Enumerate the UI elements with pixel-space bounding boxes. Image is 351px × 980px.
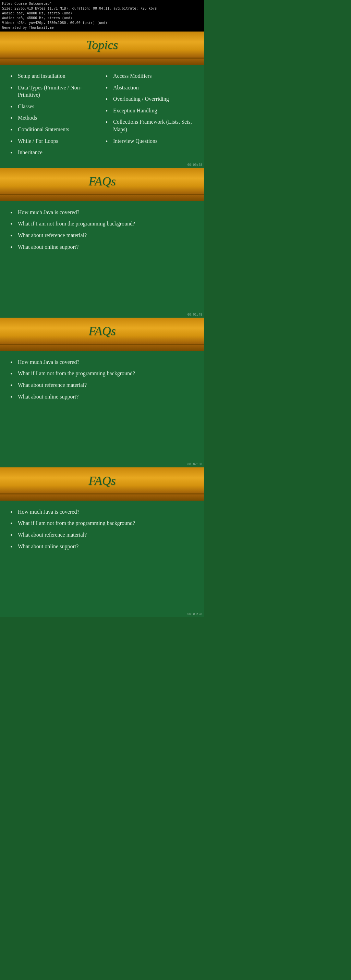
faqs1-banner: FAQs xyxy=(0,168,204,195)
topics-columns: Setup and installation Data Types (Primi… xyxy=(10,72,194,161)
file-info-line3: Audio: aac, 48000 Hz, stereo (und) xyxy=(2,11,202,16)
list-item: Exception Handling xyxy=(105,107,194,115)
slide-faqs-1: FAQs How much Java is covered? What if I… xyxy=(0,168,204,318)
slide-topics: Topics Setup and installation Data Types… xyxy=(0,32,204,168)
list-item: Methods xyxy=(10,114,99,122)
list-item: What about reference material? xyxy=(10,381,194,389)
file-info-line6: Generated by Thumbnail.me xyxy=(2,25,202,30)
list-item: How much Java is covered? xyxy=(10,358,194,366)
banner-edge-4 xyxy=(0,495,204,501)
faqs1-title: FAQs xyxy=(88,174,115,188)
list-item: How much Java is covered? xyxy=(10,508,194,516)
slide3-timestamp: 00:02:38 xyxy=(188,463,202,466)
list-item: What about online support? xyxy=(10,393,194,401)
list-item: Collections Framework (Lists, Sets, Maps… xyxy=(105,118,194,133)
faqs3-list: How much Java is covered? What if I am n… xyxy=(10,508,194,550)
list-item: While / For Loops xyxy=(10,137,99,145)
list-item: What about online support? xyxy=(10,243,194,251)
slide1-timestamp: 00:00:58 xyxy=(188,163,202,167)
list-item: What about reference material? xyxy=(10,232,194,239)
list-item: Access Modifiers xyxy=(105,72,194,80)
slide-faqs-2: FAQs How much Java is covered? What if I… xyxy=(0,318,204,468)
file-info-line2: Size: 22765,419 bytes (1,71 MiB), durati… xyxy=(2,6,202,11)
topics-list-right: Access Modifiers Abstraction Overloading… xyxy=(105,72,194,145)
list-item: Conditional Statements xyxy=(10,126,99,133)
topics-col1: Setup and installation Data Types (Primi… xyxy=(10,72,99,161)
banner-edge-3 xyxy=(0,345,204,351)
list-item: How much Java is covered? xyxy=(10,209,194,216)
list-item: Setup and installation xyxy=(10,72,99,80)
list-item: What if I am not from the programming ba… xyxy=(10,220,194,228)
list-item: Abstraction xyxy=(105,84,194,91)
faqs2-banner: FAQs xyxy=(0,318,204,345)
topics-title: Topics xyxy=(86,38,118,52)
faqs3-banner: FAQs xyxy=(0,468,204,495)
faqs2-list: How much Java is covered? What if I am n… xyxy=(10,358,194,400)
file-info: File: Course Outcome.mp4 Size: 22765,419… xyxy=(0,0,204,32)
slide2-timestamp: 00:01:48 xyxy=(188,313,202,316)
faqs3-content: How much Java is covered? What if I am n… xyxy=(0,501,204,617)
faqs1-list: How much Java is covered? What if I am n… xyxy=(10,209,194,250)
file-info-line4: Audio: ac3, 48000 Hz, stereo (und) xyxy=(2,16,202,21)
list-item: Interview Questions xyxy=(105,137,194,145)
list-item: Overloading / Overriding xyxy=(105,95,194,103)
topics-banner: Topics xyxy=(0,32,204,59)
list-item: Data Types (Primitive / Non-Primitive) xyxy=(10,84,99,99)
list-item: What if I am not from the programming ba… xyxy=(10,370,194,377)
faqs3-title: FAQs xyxy=(88,474,115,488)
banner-edge-2 xyxy=(0,195,204,201)
faqs1-content: How much Java is covered? What if I am n… xyxy=(0,201,204,318)
banner-edge xyxy=(0,59,204,65)
file-info-line1: File: Course Outcome.mp4 xyxy=(2,2,202,6)
topics-content: Setup and installation Data Types (Primi… xyxy=(0,65,204,168)
slide4-timestamp: 00:03:28 xyxy=(188,612,202,616)
list-item: Classes xyxy=(10,103,99,110)
slide-faqs-3: FAQs How much Java is covered? What if I… xyxy=(0,468,204,617)
topics-col2: Access Modifiers Abstraction Overloading… xyxy=(105,72,194,161)
list-item: What if I am not from the programming ba… xyxy=(10,519,194,527)
faqs2-content: How much Java is covered? What if I am n… xyxy=(0,351,204,468)
list-item: What about online support? xyxy=(10,543,194,550)
faqs2-title: FAQs xyxy=(88,324,115,338)
topics-list-left: Setup and installation Data Types (Primi… xyxy=(10,72,99,156)
list-item: What about reference material? xyxy=(10,531,194,539)
list-item: Inheritance xyxy=(10,149,99,156)
file-info-line5: Video: h264, yuv420p, 1600x1080, 60.00 f… xyxy=(2,21,202,25)
